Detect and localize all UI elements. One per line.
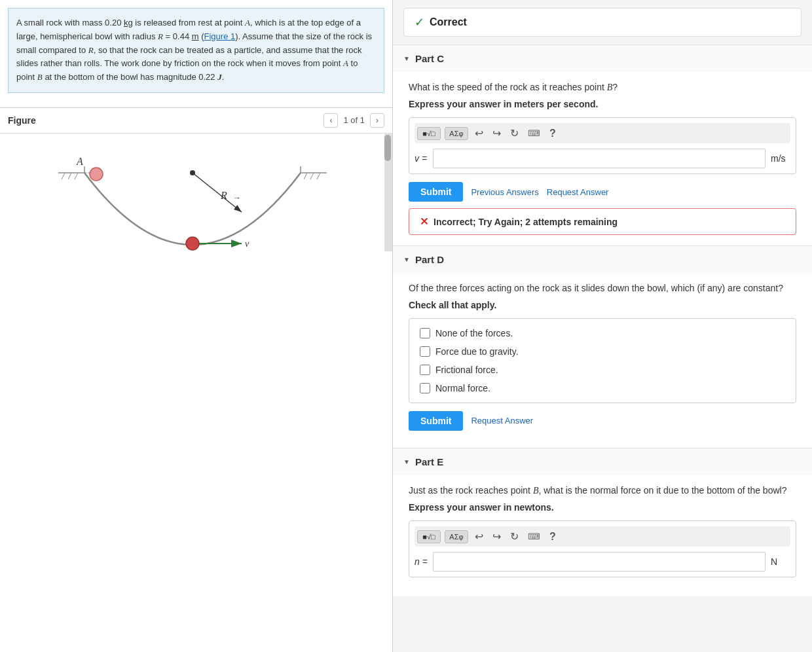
part-d-instruction: Check all that apply. bbox=[409, 300, 796, 310]
help-button-e[interactable]: ? bbox=[547, 530, 559, 544]
part-c-submit-row: Submit Previous Answers Request Answer bbox=[409, 182, 796, 202]
part-d-submit-row: Submit Request Answer bbox=[409, 411, 796, 431]
part-d-header[interactable]: ▼ Part D bbox=[393, 246, 812, 273]
figure-prev-button[interactable]: ‹ bbox=[323, 113, 338, 128]
checkbox-none[interactable] bbox=[420, 328, 430, 338]
part-c-submit-button[interactable]: Submit bbox=[409, 182, 463, 202]
checkbox-item-friction: Frictional force. bbox=[417, 361, 788, 379]
math-symbol-button-c[interactable]: ΑΣφ bbox=[445, 127, 468, 140]
correct-banner: ✓ Correct bbox=[403, 8, 802, 37]
help-button-c[interactable]: ? bbox=[547, 126, 559, 141]
part-c-unit: m/s bbox=[771, 153, 790, 164]
figure-nav: ‹ 1 of 1 › bbox=[323, 113, 384, 128]
part-c-instruction: Express your answer in meters per second… bbox=[409, 99, 796, 109]
checkbox-item-normal: Normal force. bbox=[417, 379, 788, 397]
part-e-section: ▼ Part E Just as the rock reaches point … bbox=[393, 448, 812, 596]
svg-line-8 bbox=[310, 173, 314, 179]
part-c-header[interactable]: ▼ Part C bbox=[393, 45, 812, 72]
part-e-input[interactable] bbox=[433, 552, 766, 571]
svg-text:R: R bbox=[220, 190, 227, 201]
figure-next-button[interactable]: › bbox=[370, 113, 384, 128]
figure-page: 1 of 1 bbox=[343, 115, 365, 125]
keyboard-button-c[interactable]: ⌨ bbox=[525, 127, 543, 139]
part-d-title: Part D bbox=[415, 254, 444, 265]
undo-button-e[interactable]: ↩ bbox=[472, 529, 486, 544]
svg-line-12 bbox=[193, 173, 242, 212]
part-c-incorrect-banner: ✕ Incorrect; Try Again; 2 attempts remai… bbox=[409, 208, 796, 235]
part-e-input-row: n = N bbox=[415, 552, 790, 571]
part-d-submit-button[interactable]: Submit bbox=[409, 411, 463, 431]
correct-label: Correct bbox=[430, 16, 467, 28]
checkbox-label-friction[interactable]: Frictional force. bbox=[435, 365, 498, 375]
part-d-arrow: ▼ bbox=[403, 256, 410, 263]
part-c-toolbar: ■√□ ΑΣφ ↩ ↪ ↻ ⌨ ? bbox=[415, 123, 790, 143]
svg-line-4 bbox=[62, 173, 65, 179]
svg-point-17 bbox=[90, 168, 103, 181]
part-d-request-answer-button[interactable]: Request Answer bbox=[471, 416, 533, 426]
math-template-button-c[interactable]: ■√□ bbox=[417, 127, 441, 140]
bowl-figure: A R → bbox=[58, 134, 327, 251]
figure-section: Figure ‹ 1 of 1 › bbox=[0, 107, 392, 652]
part-d-checkbox-list: None of the forces. Force due to gravity… bbox=[409, 318, 796, 403]
part-e-title: Part E bbox=[415, 456, 443, 467]
svg-line-5 bbox=[68, 173, 71, 179]
checkbox-item-none: None of the forces. bbox=[417, 324, 788, 342]
part-e-body: Just as the rock reaches point B, what i… bbox=[393, 475, 812, 596]
svg-text:v: v bbox=[245, 239, 249, 249]
part-d-section: ▼ Part D Of the three forces acting on t… bbox=[393, 245, 812, 447]
part-e-arrow: ▼ bbox=[403, 458, 410, 465]
part-c-math-input-box: ■√□ ΑΣφ ↩ ↪ ↻ ⌨ ? v = m/s bbox=[409, 117, 796, 174]
part-e-instruction: Express your answer in newtons. bbox=[409, 502, 796, 513]
part-c-incorrect-text: Incorrect; Try Again; 2 attempts remaini… bbox=[434, 217, 618, 227]
part-c-input[interactable] bbox=[433, 149, 766, 168]
part-c-section: ▼ Part C What is the speed of the rock a… bbox=[393, 45, 812, 245]
svg-line-9 bbox=[317, 173, 320, 179]
svg-text:→: → bbox=[233, 193, 241, 202]
part-e-question: Just as the rock reaches point B, what i… bbox=[409, 475, 796, 498]
figure-label: Figure bbox=[8, 115, 36, 126]
part-d-question: Of the three forces acting on the rock a… bbox=[409, 273, 796, 295]
checkbox-label-none[interactable]: None of the forces. bbox=[435, 328, 513, 338]
part-e-math-input-box: ■√□ ΑΣφ ↩ ↪ ↻ ⌨ ? n = N bbox=[409, 520, 796, 577]
part-c-question: What is the speed of the rock as it reac… bbox=[409, 72, 796, 95]
refresh-button-e[interactable]: ↻ bbox=[507, 529, 521, 544]
checkbox-label-normal[interactable]: Normal force. bbox=[435, 383, 490, 393]
checkbox-item-gravity: Force due to gravity. bbox=[417, 342, 788, 361]
figure-header: Figure ‹ 1 of 1 › bbox=[0, 108, 392, 134]
refresh-button-c[interactable]: ↻ bbox=[507, 126, 521, 141]
part-e-header[interactable]: ▼ Part E bbox=[393, 448, 812, 475]
part-d-body: Of the three forces acting on the rock a… bbox=[393, 273, 812, 447]
svg-text:A: A bbox=[76, 156, 83, 167]
part-c-previous-answers-button[interactable]: Previous Answers bbox=[471, 187, 538, 197]
part-c-body: What is the speed of the rock as it reac… bbox=[393, 72, 812, 245]
checkbox-gravity[interactable] bbox=[420, 346, 430, 357]
checkbox-label-gravity[interactable]: Force due to gravity. bbox=[435, 346, 519, 357]
math-template-button-e[interactable]: ■√□ bbox=[417, 530, 441, 543]
part-e-unit: N bbox=[771, 556, 790, 567]
right-panel: ✓ Correct ▼ Part C What is the speed of … bbox=[393, 0, 812, 652]
part-e-toolbar: ■√□ ΑΣφ ↩ ↪ ↻ ⌨ ? bbox=[415, 526, 790, 547]
svg-point-14 bbox=[190, 170, 195, 175]
figure-link[interactable]: Figure 1 bbox=[204, 31, 236, 41]
redo-button-c[interactable]: ↪ bbox=[490, 126, 504, 141]
incorrect-x-icon: ✕ bbox=[420, 215, 428, 228]
keyboard-button-e[interactable]: ⌨ bbox=[525, 530, 543, 543]
part-c-variable: v = bbox=[415, 153, 428, 164]
part-c-input-row: v = m/s bbox=[415, 149, 790, 168]
part-c-title: Part C bbox=[415, 53, 444, 64]
part-e-variable: n = bbox=[415, 556, 428, 567]
problem-text: A small rock with mass 0.20 kg is releas… bbox=[8, 8, 384, 93]
svg-line-6 bbox=[75, 173, 78, 179]
redo-button-e[interactable]: ↪ bbox=[490, 529, 504, 544]
undo-button-c[interactable]: ↩ bbox=[472, 126, 486, 141]
left-panel: A small rock with mass 0.20 kg is releas… bbox=[0, 0, 393, 652]
checkbox-friction[interactable] bbox=[420, 365, 430, 375]
svg-line-7 bbox=[304, 173, 307, 179]
math-symbol-button-e[interactable]: ΑΣφ bbox=[445, 530, 468, 543]
checkbox-normal[interactable] bbox=[420, 383, 430, 393]
svg-point-18 bbox=[186, 237, 199, 250]
part-c-request-answer-button[interactable]: Request Answer bbox=[547, 187, 609, 197]
correct-checkmark: ✓ bbox=[415, 15, 424, 29]
part-c-arrow: ▼ bbox=[403, 55, 410, 62]
